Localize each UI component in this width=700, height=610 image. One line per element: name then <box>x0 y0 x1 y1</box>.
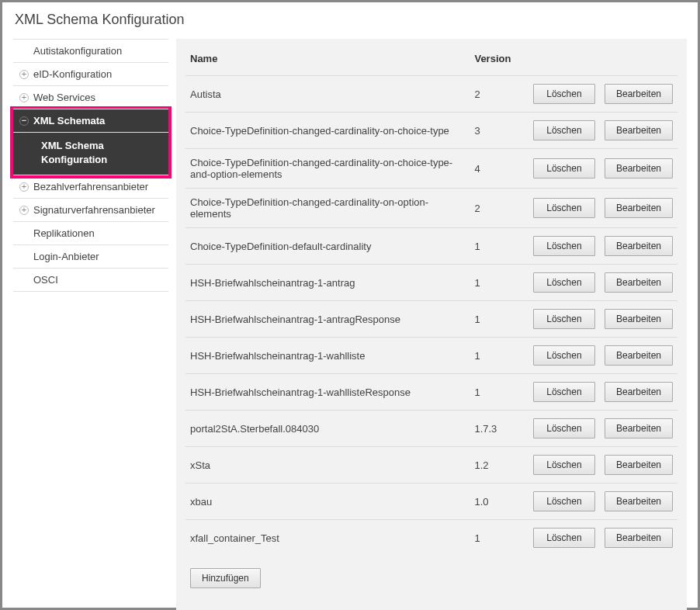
schema-version: 1 <box>470 374 522 411</box>
schema-version: 1 <box>470 520 522 556</box>
col-header-actions-1 <box>522 47 600 76</box>
delete-button[interactable]: Löschen <box>533 455 595 475</box>
edit-button[interactable]: Bearbeiten <box>605 418 673 438</box>
add-row: Hinzufügen <box>185 556 677 596</box>
sidebar-item[interactable]: Login-Anbieter <box>13 245 168 269</box>
delete-button[interactable]: Löschen <box>533 272 595 293</box>
sidebar-item[interactable]: +Web Services <box>13 86 168 109</box>
col-header-actions-2 <box>600 47 677 76</box>
sidebar-item[interactable]: Replikationen <box>13 222 168 245</box>
page-title: XML Schema Konfiguration <box>2 2 698 33</box>
edit-button[interactable]: Bearbeiten <box>605 158 673 178</box>
edit-button[interactable]: Bearbeiten <box>605 382 673 402</box>
expand-icon[interactable]: + <box>19 70 29 79</box>
schema-version: 4 <box>470 149 522 189</box>
edit-button[interactable]: Bearbeiten <box>605 528 673 548</box>
col-header-name: Name <box>185 47 470 76</box>
table-row: xSta1.2LöschenBearbeiten <box>185 447 677 483</box>
schema-version: 1.0 <box>470 483 522 520</box>
delete-button[interactable]: Löschen <box>533 198 595 218</box>
delete-button[interactable]: Löschen <box>533 345 595 366</box>
schema-version: 1.7.3 <box>470 411 522 447</box>
sidebar-item[interactable]: Autistakonfiguration <box>13 40 168 63</box>
delete-button[interactable]: Löschen <box>533 236 595 256</box>
edit-button[interactable]: Bearbeiten <box>605 272 673 293</box>
schema-name: HSH-Briefwahlscheinantrag-1-wahllisteRes… <box>185 374 470 411</box>
app-frame: XML Schema Konfiguration Autistakonfigur… <box>0 0 700 610</box>
table-row: HSH-Briefwahlscheinantrag-1-wahlliste1Lö… <box>185 338 677 374</box>
schema-name: HSH-Briefwahlscheinantrag-1-antragRespon… <box>185 301 470 338</box>
sidebar-item-label: eID-Konfiguration <box>33 68 112 80</box>
schema-name: HSH-Briefwahlscheinantrag-1-antrag <box>185 265 470 301</box>
delete-button[interactable]: Löschen <box>533 491 595 511</box>
delete-button[interactable]: Löschen <box>533 120 595 140</box>
table-row: Choice-TypeDefinition-changed-cardinalit… <box>185 189 677 228</box>
sidebar-item-label: Bezahlverfahrensanbieter <box>33 181 148 192</box>
table-row: Choice-TypeDefinition-changed-cardinalit… <box>185 149 677 189</box>
delete-button[interactable]: Löschen <box>533 158 595 178</box>
sidebar-item[interactable]: +eID-Konfiguration <box>13 63 168 86</box>
schema-version: 1 <box>470 228 522 265</box>
expand-icon[interactable]: + <box>19 93 29 102</box>
schema-version: 1 <box>470 338 522 374</box>
table-row: HSH-Briefwahlscheinantrag-1-wahllisteRes… <box>185 374 677 411</box>
sidebar-item-label: Replikationen <box>33 227 95 239</box>
delete-button[interactable]: Löschen <box>533 418 595 438</box>
edit-button[interactable]: Bearbeiten <box>605 309 673 329</box>
schema-name: Choice-TypeDefinition-default-cardinalit… <box>185 228 470 265</box>
edit-button[interactable]: Bearbeiten <box>605 345 673 366</box>
schema-version: 2 <box>470 189 522 228</box>
schema-name: Autista <box>185 76 470 113</box>
table-row: Choice-TypeDefinition-changed-cardinalit… <box>185 113 677 149</box>
edit-button[interactable]: Bearbeiten <box>605 455 673 475</box>
add-button[interactable]: Hinzufügen <box>190 568 261 588</box>
schema-name: Choice-TypeDefinition-changed-cardinalit… <box>185 113 470 149</box>
sidebar-subitem-xml-schema-konfiguration[interactable]: XML Schema Konfiguration <box>13 133 168 175</box>
sidebar: Autistakonfiguration+eID-Konfiguration+W… <box>13 39 168 610</box>
edit-button[interactable]: Bearbeiten <box>605 236 673 256</box>
schema-version: 3 <box>470 113 522 149</box>
schema-version: 1 <box>470 301 522 338</box>
schema-name: xfall_container_Test <box>185 520 470 556</box>
sidebar-item-label: XML Schemata <box>33 115 105 127</box>
schema-name: xbau <box>185 483 470 520</box>
schema-table: Name Version Autista2LöschenBearbeitenCh… <box>185 47 677 596</box>
sidebar-item-label: Signaturverfahrensanbieter <box>33 204 155 216</box>
table-row: xfall_container_Test1LöschenBearbeiten <box>185 520 677 556</box>
edit-button[interactable]: Bearbeiten <box>605 84 673 104</box>
table-row: Autista2LöschenBearbeiten <box>185 76 677 113</box>
layout: Autistakonfiguration+eID-Konfiguration+W… <box>2 33 698 610</box>
schema-name: Choice-TypeDefinition-changed-cardinalit… <box>185 149 470 189</box>
collapse-icon[interactable]: − <box>19 116 29 126</box>
sidebar-highlight: −XML SchemataXML Schema Konfiguration <box>10 106 172 178</box>
edit-button[interactable]: Bearbeiten <box>605 491 673 511</box>
table-row: portal2StA.Sterbefall.0840301.7.3Löschen… <box>185 411 677 447</box>
sidebar-item[interactable]: OSCI <box>13 269 168 292</box>
nav-list: Autistakonfiguration+eID-Konfiguration+W… <box>13 39 168 292</box>
schema-name: HSH-Briefwahlscheinantrag-1-wahlliste <box>185 338 470 374</box>
col-header-version: Version <box>470 47 522 76</box>
schema-version: 1 <box>470 265 522 301</box>
table-row: Choice-TypeDefinition-default-cardinalit… <box>185 228 677 265</box>
sidebar-item-label: Login-Anbieter <box>33 251 99 262</box>
sidebar-item-label: Autistakonfiguration <box>33 45 122 57</box>
delete-button[interactable]: Löschen <box>533 84 595 104</box>
edit-button[interactable]: Bearbeiten <box>605 120 673 140</box>
schema-name: Choice-TypeDefinition-changed-cardinalit… <box>185 189 470 228</box>
schema-version: 2 <box>470 76 522 113</box>
delete-button[interactable]: Löschen <box>533 382 595 402</box>
schema-version: 1.2 <box>470 447 522 483</box>
table-row: HSH-Briefwahlscheinantrag-1-antrag1Lösch… <box>185 265 677 301</box>
expand-icon[interactable]: + <box>19 206 29 215</box>
sidebar-item[interactable]: +Signaturverfahrensanbieter <box>13 199 168 222</box>
delete-button[interactable]: Löschen <box>533 309 595 329</box>
sidebar-item-xml-schemata[interactable]: −XML Schemata <box>13 109 168 133</box>
schema-name: xSta <box>185 447 470 483</box>
sidebar-item-label: OSCI <box>33 274 58 286</box>
delete-button[interactable]: Löschen <box>533 528 595 548</box>
sidebar-item[interactable]: +Bezahlverfahrensanbieter <box>13 175 168 199</box>
content-panel: Name Version Autista2LöschenBearbeitenCh… <box>176 39 687 610</box>
edit-button[interactable]: Bearbeiten <box>605 198 673 218</box>
expand-icon[interactable]: + <box>19 182 29 192</box>
table-row: xbau1.0LöschenBearbeiten <box>185 483 677 520</box>
